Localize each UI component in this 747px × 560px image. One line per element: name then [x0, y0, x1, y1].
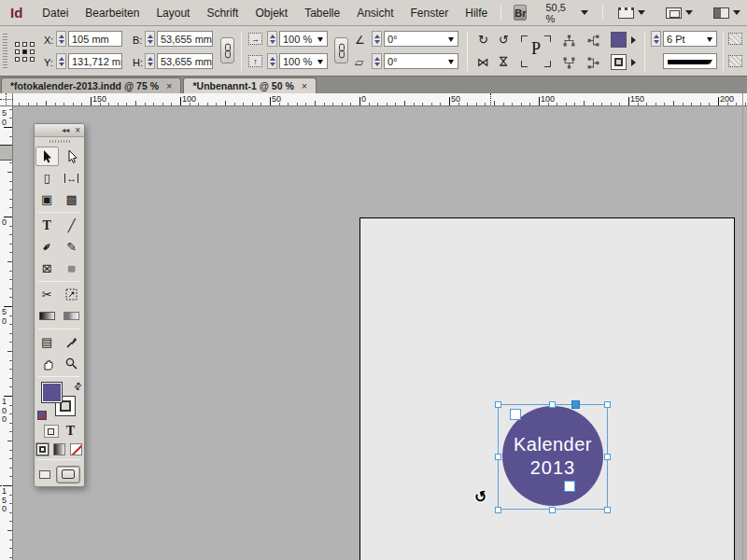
- rotate-90-ccw-button[interactable]: ↺: [495, 31, 513, 48]
- tab-fotokalender[interactable]: *fotokalender-2013.indd @ 75 % ×: [1, 77, 181, 93]
- scale-x-field[interactable]: 100 %: [279, 31, 328, 47]
- menu-bearbeiten[interactable]: Bearbeiten: [77, 7, 148, 20]
- proxy-cell[interactable]: [30, 57, 35, 62]
- tool-gradient-feather[interactable]: [60, 305, 85, 327]
- proxy-cell[interactable]: [30, 49, 35, 54]
- bridge-button[interactable]: Br: [514, 5, 527, 21]
- stroke-weight-field[interactable]: 6 Pt: [663, 31, 717, 47]
- workspace-dropdown[interactable]: [713, 7, 740, 19]
- shear-field[interactable]: 0°: [384, 53, 458, 69]
- selection-handle-se[interactable]: [604, 507, 611, 513]
- flip-horizontal-button[interactable]: ⋈: [474, 53, 492, 70]
- select-container-content-control[interactable]: P: [521, 35, 551, 67]
- tool-content-placer[interactable]: ▩: [60, 189, 85, 210]
- y-stepper[interactable]: [56, 53, 66, 69]
- anchor-point-handle[interactable]: [564, 481, 575, 492]
- tool-hand[interactable]: [35, 353, 60, 374]
- proxy-cell[interactable]: [22, 42, 27, 47]
- selection-handle-n[interactable]: [549, 401, 556, 408]
- tool-line[interactable]: ╱: [60, 215, 85, 236]
- vertical-ruler[interactable]: 50 0 50 100 150: [0, 106, 13, 560]
- anchor-point-handle[interactable]: [510, 409, 521, 420]
- apply-gradient-button[interactable]: [53, 443, 65, 455]
- zoom-level-dropdown[interactable]: 50,5 %: [536, 2, 597, 24]
- rotate-90-cw-button[interactable]: ↻: [474, 31, 492, 48]
- tool-pencil[interactable]: ✎: [60, 236, 85, 258]
- close-icon[interactable]: ×: [75, 125, 80, 135]
- menu-schrift[interactable]: Schrift: [198, 7, 247, 20]
- tool-content-collector[interactable]: ▣: [35, 189, 60, 210]
- tool-frame[interactable]: ⊠: [35, 258, 60, 279]
- constrain-dimensions-link-button[interactable]: [220, 37, 234, 63]
- x-field[interactable]: 105 mm: [68, 31, 122, 47]
- horizontal-ruler[interactable]: 150 100 50 0 50 100 150 200: [13, 93, 747, 106]
- tool-note[interactable]: ▤: [35, 331, 60, 353]
- selection-handle-e[interactable]: [604, 454, 611, 460]
- stroke-type-dropdown[interactable]: [663, 53, 717, 69]
- close-icon[interactable]: ×: [166, 80, 172, 91]
- select-next-object-button[interactable]: [583, 54, 603, 71]
- formatting-affects-container-button[interactable]: [44, 425, 59, 438]
- select-content-button[interactable]: [558, 54, 579, 71]
- proxy-cell[interactable]: [15, 57, 20, 62]
- collapse-panel-icon[interactable]: ◂◂: [62, 126, 69, 134]
- tool-page[interactable]: ▯: [35, 167, 60, 189]
- tool-type[interactable]: T: [35, 215, 60, 236]
- tool-free-transform[interactable]: [60, 284, 85, 305]
- width-stepper[interactable]: [145, 31, 155, 47]
- tool-selection[interactable]: [35, 147, 59, 166]
- x-stepper[interactable]: [56, 31, 66, 47]
- tool-gradient-swatch[interactable]: [35, 305, 60, 327]
- menu-layout[interactable]: Layout: [148, 7, 198, 20]
- height-stepper[interactable]: [145, 53, 155, 69]
- proxy-cell-center[interactable]: [22, 49, 27, 54]
- tool-zoom[interactable]: [60, 353, 85, 374]
- normal-view-icon[interactable]: [39, 470, 50, 479]
- apply-none-button[interactable]: [70, 443, 82, 455]
- apply-solid-button[interactable]: [36, 443, 49, 455]
- selection-handle-w[interactable]: [495, 454, 501, 460]
- tool-pen[interactable]: ✒: [35, 236, 60, 258]
- tab-unbenannt[interactable]: *Unbenannt-1 @ 50 % ×: [183, 77, 317, 93]
- tool-scissors[interactable]: ✂: [35, 284, 60, 305]
- fill-swatch[interactable]: [41, 382, 63, 403]
- stroke-weight-stepper[interactable]: [651, 31, 661, 47]
- chevron-down-icon[interactable]: [707, 60, 712, 67]
- close-icon[interactable]: ×: [302, 80, 307, 91]
- scale-x-stepper[interactable]: [267, 31, 277, 47]
- rotation-stepper[interactable]: [372, 31, 382, 47]
- panel-drag-grip[interactable]: [35, 137, 84, 146]
- menu-hilfe[interactable]: Hilfe: [457, 7, 496, 20]
- width-field[interactable]: 53,655 mm: [157, 31, 213, 47]
- flip-vertical-button[interactable]: ⋈: [496, 53, 513, 71]
- ruler-origin-corner[interactable]: [0, 93, 13, 106]
- reference-point-proxy[interactable]: [15, 42, 35, 62]
- chevron-down-icon[interactable]: [317, 37, 323, 45]
- menu-objekt[interactable]: Objekt: [247, 7, 296, 20]
- formatting-affects-text-button[interactable]: T: [66, 424, 75, 439]
- view-options-dropdown[interactable]: [618, 7, 645, 19]
- object-effects-icon[interactable]: [728, 55, 742, 67]
- selection-handle-ne[interactable]: [604, 401, 611, 408]
- screen-mode-button[interactable]: [56, 466, 80, 483]
- y-field[interactable]: 131,712 mm: [68, 53, 122, 69]
- tool-gap[interactable]: ↔: [60, 167, 85, 189]
- chevron-down-icon[interactable]: [448, 60, 454, 67]
- constrain-scale-link-button[interactable]: [334, 37, 348, 63]
- chevron-down-icon[interactable]: [317, 60, 323, 67]
- select-container-button[interactable]: [558, 32, 579, 49]
- fill-swatch-arrow-icon[interactable]: [631, 36, 640, 44]
- swap-fill-stroke-icon[interactable]: ⇄: [71, 380, 84, 393]
- proxy-cell[interactable]: [15, 42, 20, 47]
- stroke-color-swatch[interactable]: [611, 54, 627, 70]
- tool-direct-selection[interactable]: [60, 146, 85, 167]
- fill-color-swatch[interactable]: [611, 32, 627, 48]
- selection-handle-s[interactable]: [549, 507, 556, 513]
- menu-ansicht[interactable]: Ansicht: [348, 7, 402, 20]
- selection-handle-active[interactable]: [571, 400, 580, 409]
- scale-y-stepper[interactable]: [267, 53, 277, 69]
- stroke-swatch-arrow-icon[interactable]: [631, 59, 640, 66]
- proxy-cell[interactable]: [30, 42, 35, 47]
- proxy-cell[interactable]: [22, 57, 27, 62]
- tools-panel-titlebar[interactable]: ◂◂ ×: [35, 124, 84, 137]
